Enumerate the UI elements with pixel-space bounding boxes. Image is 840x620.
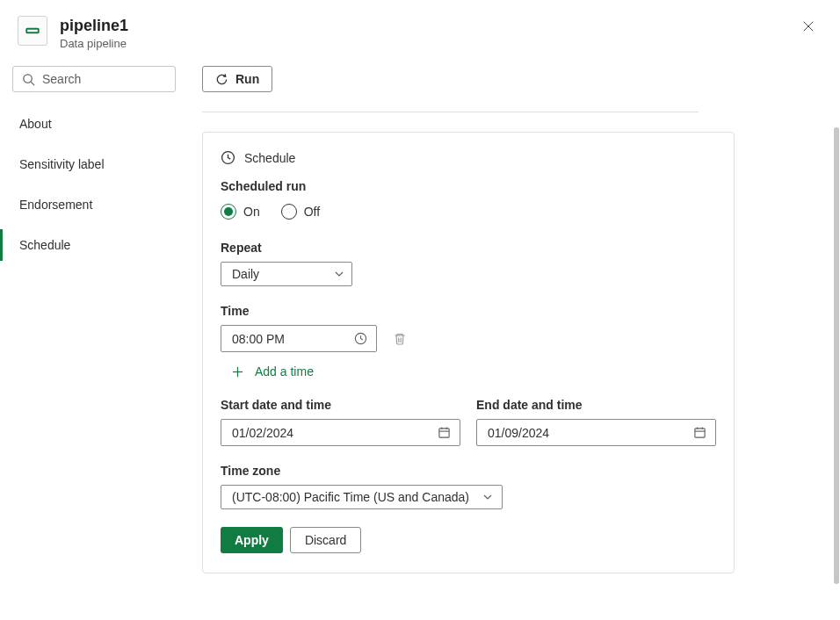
pipeline-icon xyxy=(18,16,47,46)
end-date-input[interactable]: 01/09/2024 xyxy=(476,419,716,446)
scrollbar-thumb[interactable] xyxy=(834,127,839,584)
close-icon xyxy=(802,20,815,32)
card-title: Schedule xyxy=(244,151,295,165)
time-label: Time xyxy=(221,304,716,318)
add-time-label: Add a time xyxy=(255,364,314,378)
radio-on[interactable]: On xyxy=(221,204,260,220)
start-date-value: 01/02/2024 xyxy=(232,426,293,440)
timezone-label: Time zone xyxy=(221,464,716,478)
search-icon xyxy=(22,73,35,86)
timezone-select[interactable]: (UTC-08:00) Pacific Time (US and Canada) xyxy=(221,485,503,509)
start-date-picker-button[interactable] xyxy=(436,424,453,441)
sidebar-item-schedule[interactable]: Schedule xyxy=(0,229,176,261)
delete-time-button[interactable] xyxy=(391,330,409,348)
sidebar-item-sensitivity[interactable]: Sensitivity label xyxy=(0,148,176,180)
start-date-label: Start date and time xyxy=(221,398,460,412)
calendar-icon xyxy=(438,426,451,439)
chevron-down-icon xyxy=(482,492,493,502)
add-time-button[interactable]: Add a time xyxy=(221,364,716,378)
radio-on-label: On xyxy=(243,205,260,219)
svg-rect-11 xyxy=(439,429,449,437)
svg-line-4 xyxy=(31,82,34,85)
svg-rect-0 xyxy=(26,29,39,33)
end-date-picker-button[interactable] xyxy=(692,424,708,441)
trash-icon xyxy=(393,332,407,346)
chevron-down-icon xyxy=(334,269,344,279)
close-button[interactable] xyxy=(800,18,817,35)
apply-button[interactable]: Apply xyxy=(221,527,283,553)
sidebar: About Sensitivity label Endorsement Sche… xyxy=(0,57,188,270)
clock-icon xyxy=(221,150,235,165)
discard-button[interactable]: Discard xyxy=(290,527,361,553)
repeat-value: Daily xyxy=(232,267,259,281)
page-subtitle: Data pipeline xyxy=(60,37,128,50)
scheduled-run-label: Scheduled run xyxy=(221,179,716,193)
scrollbar[interactable] xyxy=(833,0,840,620)
schedule-card: Schedule Scheduled run On Off Repeat Dai… xyxy=(202,132,735,573)
end-date-value: 01/09/2024 xyxy=(488,426,549,440)
refresh-icon xyxy=(215,73,228,86)
page-title: pipeline1 xyxy=(60,16,128,35)
svg-rect-15 xyxy=(695,429,705,437)
main-content: Run Schedule Scheduled run On Off xyxy=(188,57,840,573)
timezone-value: (UTC-08:00) Pacific Time (US and Canada) xyxy=(232,490,469,504)
radio-off[interactable]: Off xyxy=(281,204,320,220)
time-input[interactable]: 08:00 PM xyxy=(221,325,377,352)
radio-off-control xyxy=(281,204,297,220)
time-value: 08:00 PM xyxy=(232,332,285,346)
time-picker-button[interactable] xyxy=(352,330,369,347)
divider xyxy=(202,112,699,112)
end-date-label: End date and time xyxy=(476,398,716,412)
svg-point-3 xyxy=(24,74,32,82)
search-input[interactable] xyxy=(42,72,166,86)
run-button-label: Run xyxy=(235,72,259,86)
radio-off-label: Off xyxy=(304,205,320,219)
repeat-label: Repeat xyxy=(221,241,716,255)
run-button[interactable]: Run xyxy=(202,66,272,92)
search-field[interactable] xyxy=(12,66,176,92)
start-date-input[interactable]: 01/02/2024 xyxy=(221,419,460,446)
sidebar-item-endorsement[interactable]: Endorsement xyxy=(0,189,176,220)
title-block: pipeline1 Data pipeline xyxy=(60,16,128,50)
radio-on-control xyxy=(221,204,236,220)
clock-icon xyxy=(354,332,367,345)
repeat-select[interactable]: Daily xyxy=(221,262,352,286)
calendar-icon xyxy=(693,426,706,439)
plus-icon xyxy=(231,365,244,378)
sidebar-item-about[interactable]: About xyxy=(0,108,176,140)
